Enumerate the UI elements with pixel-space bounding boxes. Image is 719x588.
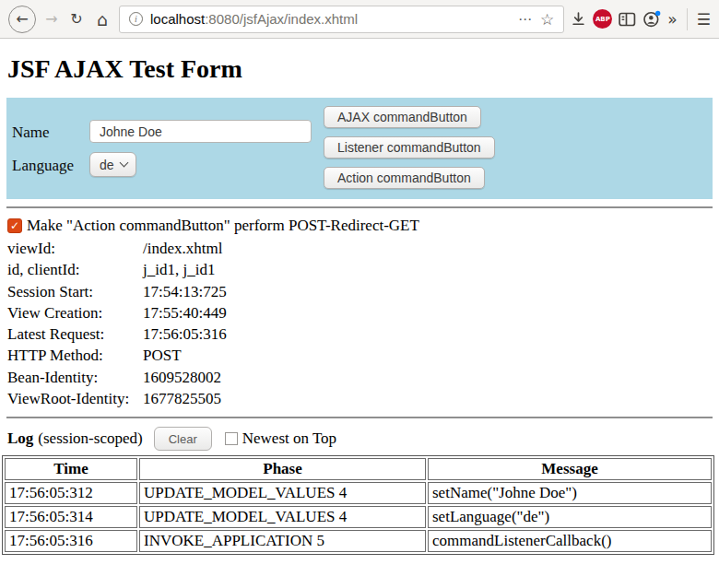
info-value: /index.xhtml (143, 238, 222, 259)
forward-icon[interactable]: → (42, 10, 61, 28)
log-table-header-row: Time Phase Message (5, 458, 712, 480)
download-icon[interactable] (571, 11, 586, 27)
cell-time: 17:56:05:314 (5, 506, 137, 528)
info-row: Bean-Identity:1609528002 (7, 367, 719, 388)
sidebar-icon[interactable] (619, 11, 636, 28)
newest-on-top-checkbox[interactable] (225, 432, 238, 445)
info-value: 1677825505 (143, 388, 221, 409)
view-info-list: viewId:/index.xhtml id, clientId:j_id1, … (7, 238, 719, 409)
newest-on-top-label: Newest on Top (242, 429, 336, 448)
table-row: 17:56:05:312 UPDATE_MODEL_VALUES 4 setNa… (5, 482, 712, 504)
home-icon[interactable]: ⌂ (92, 9, 112, 29)
bookmark-star-icon[interactable]: ☆ (540, 10, 554, 29)
cell-phase: UPDATE_MODEL_VALUES 4 (139, 506, 426, 528)
cell-phase: INVOKE_APPLICATION 5 (139, 530, 426, 552)
cell-message: commandListenerCallback() (428, 530, 712, 552)
cell-message: setLanguage("de") (428, 506, 712, 528)
page-actions-icon[interactable]: ⋯ (518, 11, 533, 28)
info-value: 1609528002 (143, 367, 221, 388)
info-row: Latest Request:17:56:05:316 (7, 323, 719, 345)
log-title: Log (7, 429, 33, 448)
ajax-command-button[interactable]: AJAX commandButton (324, 106, 481, 128)
column-header-time: Time (5, 458, 137, 480)
column-header-message: Message (428, 458, 712, 480)
name-label: Name (12, 123, 50, 142)
info-row: ViewRoot-Identity:1677825505 (7, 388, 719, 409)
prg-checkbox-label: Make "Action commandButton" perform POST… (27, 217, 419, 235)
info-value: 17:56:05:316 (143, 323, 227, 345)
name-input[interactable] (89, 120, 312, 143)
prg-checkbox[interactable]: ✓ (7, 218, 22, 233)
page-title: JSF AJAX Test Form (7, 54, 712, 84)
info-row: View Creation:17:55:40:449 (7, 302, 719, 323)
log-header-row: Log (session-scoped) Clear Newest on Top (7, 427, 712, 451)
table-row: 17:56:05:314 UPDATE_MODEL_VALUES 4 setLa… (5, 506, 712, 528)
info-value: 17:55:40:449 (143, 302, 227, 323)
cell-time: 17:56:05:312 (5, 482, 137, 504)
reload-icon[interactable]: ↻ (67, 10, 86, 28)
cell-phase: UPDATE_MODEL_VALUES 4 (139, 482, 426, 504)
command-button-stack: AJAX commandButton Listener commandButto… (324, 106, 495, 189)
action-command-button[interactable]: Action commandButton (324, 167, 485, 189)
info-value: j_id1, j_id1 (143, 259, 215, 280)
cell-time: 17:56:05:316 (5, 530, 137, 552)
info-value: 17:54:13:725 (143, 281, 227, 302)
info-row: Session Start:17:54:13:725 (7, 281, 719, 302)
column-header-phase: Phase (139, 458, 426, 480)
info-label: Bean-Identity: (7, 367, 143, 388)
url-host: localhost (150, 11, 205, 27)
info-label: Session Start: (7, 281, 143, 302)
prg-checkbox-row: ✓ Make "Action commandButton" perform PO… (7, 217, 712, 235)
language-label: Language (12, 157, 74, 175)
overflow-chevrons-icon[interactable]: » (667, 10, 677, 29)
info-label: ViewRoot-Identity: (7, 388, 143, 409)
language-select[interactable]: de (89, 152, 136, 177)
hamburger-menu-icon[interactable]: ☰ (697, 10, 711, 29)
divider (6, 206, 713, 208)
screenshot-root: ← → ↻ ⌂ i localhost:8080/jsfAjax/index.x… (0, 0, 719, 588)
info-label: viewId: (7, 238, 143, 259)
language-select-value: de (100, 158, 114, 172)
info-row: id, clientId:j_id1, j_id1 (7, 259, 719, 280)
back-icon[interactable]: ← (8, 6, 36, 33)
url-bar[interactable]: i localhost:8080/jsfAjax/index.xhtml ⋯ ☆ (119, 6, 564, 33)
info-value: POST (143, 345, 182, 366)
adblock-plus-icon[interactable]: ABP (593, 9, 612, 29)
log-subtitle: (session-scoped) (38, 429, 142, 448)
divider (6, 417, 713, 418)
table-row: 17:56:05:316 INVOKE_APPLICATION 5 comman… (5, 530, 712, 552)
url-path: :8080/jsfAjax/index.xhtml (205, 11, 358, 27)
info-label: View Creation: (7, 302, 143, 323)
account-icon[interactable] (642, 10, 661, 28)
clear-button[interactable]: Clear (154, 427, 212, 451)
info-row: viewId:/index.xhtml (7, 238, 719, 259)
toolbar-separator (687, 8, 688, 30)
listener-command-button[interactable]: Listener commandButton (324, 136, 495, 159)
log-table: Time Phase Message 17:56:05:312 UPDATE_M… (2, 455, 714, 555)
info-label: HTTP Method: (7, 345, 143, 366)
browser-toolbar: ← → ↻ ⌂ i localhost:8080/jsfAjax/index.x… (0, 0, 719, 39)
chevron-down-icon (119, 159, 128, 168)
info-label: id, clientId: (7, 259, 143, 280)
url-text[interactable]: localhost:8080/jsfAjax/index.xhtml (150, 11, 511, 27)
cell-message: setName("Johne Doe") (428, 482, 712, 504)
ajax-form-panel: Name Language de AJAX commandButton List… (6, 98, 713, 199)
site-info-icon[interactable]: i (129, 12, 143, 26)
info-row: HTTP Method:POST (7, 345, 719, 366)
info-label: Latest Request: (7, 323, 143, 345)
